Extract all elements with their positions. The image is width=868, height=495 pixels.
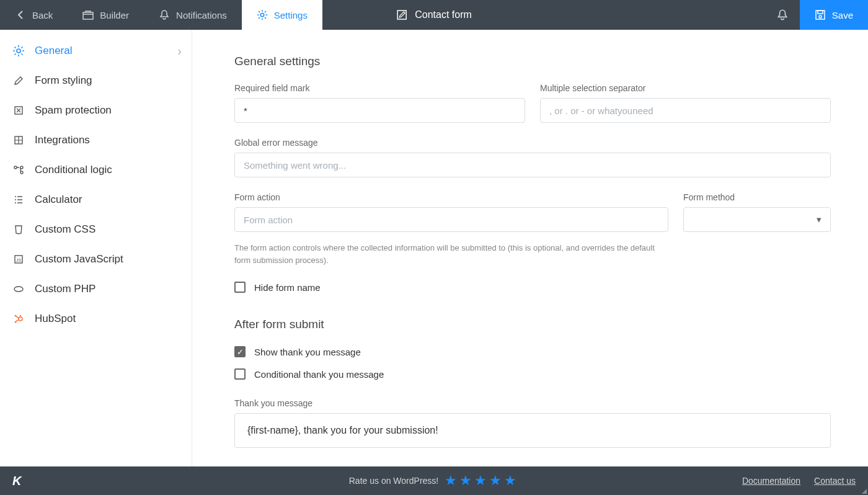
- svg-text:JS: JS: [16, 258, 22, 262]
- save-button[interactable]: Save: [800, 0, 868, 30]
- resize-handle-icon[interactable]: [859, 486, 867, 494]
- chevron-left-icon: [15, 9, 26, 20]
- form-method-select[interactable]: [683, 207, 831, 232]
- form-action-label: Form action: [234, 192, 668, 202]
- hubspot-icon: [12, 313, 25, 325]
- required-mark-input[interactable]: [234, 98, 525, 123]
- shield-icon: [12, 104, 25, 117]
- sidebar-item-label: HubSpot: [35, 313, 76, 325]
- tab-settings[interactable]: Settings: [242, 0, 322, 30]
- settings-content: General settings Required field mark Mul…: [192, 30, 868, 466]
- notifications-bell-button[interactable]: [765, 0, 800, 30]
- tab-notifications[interactable]: Notifications: [144, 0, 242, 30]
- tab-builder[interactable]: Builder: [68, 0, 144, 30]
- sidebar-item-label: Conditional logic: [35, 164, 112, 176]
- svg-point-15: [19, 317, 22, 321]
- sidebar-item-general[interactable]: General ›: [0, 36, 192, 66]
- plug-icon: [12, 134, 25, 146]
- chevron-right-icon: ›: [177, 44, 182, 58]
- gear-icon: [257, 9, 268, 20]
- svg-point-9: [14, 166, 17, 169]
- notifications-label: Notifications: [176, 10, 227, 20]
- top-bar: Back Builder Notifications Settings Cont…: [0, 0, 868, 30]
- svg-rect-4: [818, 11, 823, 14]
- show-thank-you-label: Show thank you message: [254, 347, 361, 357]
- sidebar-item-label: Custom PHP: [35, 283, 95, 295]
- conditional-thank-you-label: Conditional thank you message: [254, 369, 384, 380]
- rate-text: Rate us on WordPress!: [349, 476, 438, 486]
- sidebar-item-spam-protection[interactable]: Spam protection: [0, 96, 192, 125]
- show-thank-you-checkbox[interactable]: ✓: [234, 346, 246, 357]
- sidebar-item-label: Custom JavaScript: [35, 253, 123, 265]
- sidebar-item-label: Integrations: [35, 134, 90, 146]
- sidebar-item-label: Form styling: [35, 74, 92, 87]
- hide-form-name-checkbox[interactable]: [234, 282, 246, 293]
- sidebar-item-label: Spam protection: [35, 104, 112, 117]
- footer-bar: K Rate us on WordPress! ★★★★★ Documentat…: [0, 466, 868, 495]
- form-title-text: Contact form: [415, 9, 472, 20]
- page-title: Contact form: [396, 0, 472, 30]
- required-mark-label: Required field mark: [234, 83, 525, 93]
- js-icon: JS: [12, 253, 25, 265]
- sidebar-item-custom-css[interactable]: Custom CSS: [0, 215, 192, 244]
- save-icon: [815, 9, 826, 20]
- form-action-input[interactable]: [234, 207, 668, 232]
- separator-input[interactable]: [540, 98, 831, 123]
- global-error-label: Global error message: [234, 138, 831, 148]
- section-title-general: General settings: [234, 55, 831, 68]
- form-method-label: Form method: [683, 192, 831, 202]
- conditional-thank-you-checkbox[interactable]: [234, 368, 246, 380]
- rating-stars[interactable]: ★★★★★: [445, 473, 519, 489]
- settings-label: Settings: [274, 10, 308, 20]
- php-icon: [12, 283, 25, 295]
- sidebar-item-hubspot[interactable]: HubSpot: [0, 304, 192, 334]
- back-button[interactable]: Back: [0, 0, 68, 30]
- css-icon: [12, 223, 25, 236]
- save-label: Save: [832, 10, 853, 20]
- separator-label: Multiple selection separator: [540, 83, 831, 93]
- branch-icon: [12, 164, 25, 176]
- thank-you-message-input[interactable]: {first-name}, thank you for your submiss…: [234, 413, 831, 448]
- sidebar-item-label: Calculator: [35, 194, 82, 206]
- sidebar-item-form-styling[interactable]: Form styling: [0, 66, 192, 96]
- sidebar-item-custom-javascript[interactable]: JS Custom JavaScript: [0, 244, 192, 274]
- sidebar-item-integrations[interactable]: Integrations: [0, 125, 192, 155]
- section-title-after-submit: After form submit: [234, 318, 831, 331]
- back-label: Back: [32, 10, 53, 20]
- thank-you-label: Thank you message: [234, 398, 831, 408]
- logo: K: [12, 474, 21, 488]
- svg-point-14: [14, 287, 23, 292]
- form-action-help: The form action controls where the colle…: [234, 242, 668, 267]
- svg-point-1: [260, 13, 264, 16]
- hide-form-name-label: Hide form name: [254, 282, 321, 293]
- svg-point-6: [17, 49, 20, 53]
- svg-point-11: [20, 171, 23, 174]
- gear-icon: [12, 45, 25, 57]
- bell-icon: [159, 9, 170, 20]
- sidebar-item-calculator[interactable]: Calculator: [0, 185, 192, 215]
- sidebar-item-label: General: [35, 45, 72, 57]
- sidebar-item-label: Custom CSS: [35, 223, 95, 236]
- sidebar-item-conditional-logic[interactable]: Conditional logic: [0, 155, 192, 185]
- list-icon: [12, 194, 25, 206]
- sidebar-item-custom-php[interactable]: Custom PHP: [0, 274, 192, 304]
- svg-point-5: [819, 16, 822, 18]
- documentation-link[interactable]: Documentation: [742, 476, 800, 486]
- global-error-input[interactable]: [234, 153, 831, 177]
- contact-us-link[interactable]: Contact us: [814, 476, 856, 486]
- svg-rect-0: [83, 12, 93, 19]
- builder-icon: [82, 9, 94, 20]
- brush-icon: [12, 74, 25, 87]
- settings-sidebar: General › Form styling Spam protection I…: [0, 30, 192, 466]
- edit-icon[interactable]: [396, 9, 407, 20]
- builder-label: Builder: [100, 10, 129, 20]
